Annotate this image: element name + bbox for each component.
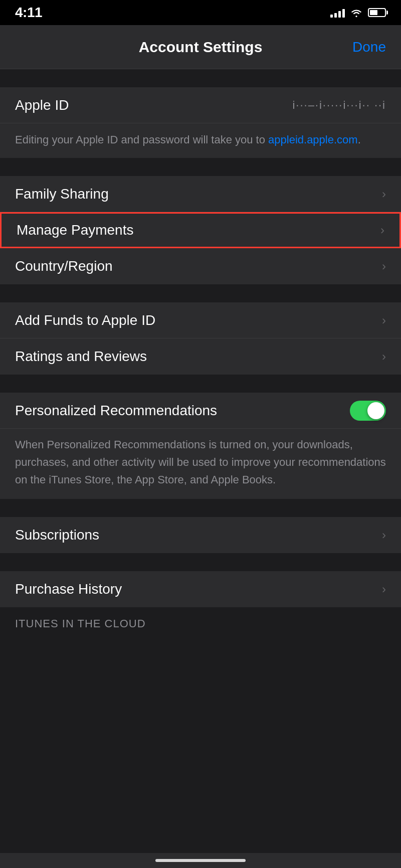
itunes-cloud-header: iTUNES IN THE CLOUD (0, 607, 401, 636)
family-sharing-right: › (382, 187, 386, 201)
add-funds-item[interactable]: Add Funds to Apple ID › (0, 302, 401, 338)
subscriptions-label: Subscriptions (15, 527, 99, 543)
toggle-knob (367, 402, 384, 419)
recommendations-note: When Personalized Recommendations is tur… (0, 429, 401, 499)
manage-payments-label: Manage Payments (17, 222, 133, 238)
nav-bar: Account Settings Done (0, 25, 401, 69)
manage-payments-item[interactable]: Manage Payments › (0, 212, 401, 248)
add-funds-right: › (382, 313, 386, 327)
ratings-reviews-chevron: › (382, 350, 386, 364)
section-gap-6 (0, 553, 401, 571)
manage-payments-right: › (380, 223, 384, 237)
done-button[interactable]: Done (352, 39, 386, 55)
family-sharing-chevron: › (382, 187, 386, 201)
subscriptions-chevron: › (382, 528, 386, 542)
country-region-item[interactable]: Country/Region › (0, 248, 401, 284)
apple-id-note-end: . (358, 133, 361, 146)
country-region-label: Country/Region (15, 258, 113, 274)
recommendations-row: Personalized Recommendations (0, 393, 401, 429)
apple-id-value: i···–·i·····i···i·· ··i (292, 99, 386, 112)
section-gap-3 (0, 284, 401, 302)
signal-icon (330, 8, 345, 18)
country-region-chevron: › (382, 259, 386, 273)
ratings-reviews-right: › (382, 350, 386, 364)
recommendations-label: Personalized Recommendations (15, 403, 217, 419)
battery-icon (368, 8, 386, 17)
wifi-icon (350, 8, 363, 18)
section-gap-2 (0, 158, 401, 176)
purchase-history-right: › (382, 582, 386, 596)
ratings-reviews-item[interactable]: Ratings and Reviews › (0, 338, 401, 375)
home-indicator (0, 853, 401, 868)
purchase-history-chevron: › (382, 582, 386, 596)
account-options-section: Family Sharing › Manage Payments › Count… (0, 176, 401, 284)
manage-payments-chevron: › (380, 223, 384, 237)
home-bar (155, 859, 246, 862)
add-funds-chevron: › (382, 313, 386, 327)
country-region-right: › (382, 259, 386, 273)
apple-id-section: Apple ID i···–·i·····i···i·· ··i Editing… (0, 87, 401, 158)
purchase-history-section: Purchase History › (0, 571, 401, 607)
store-options-section: Add Funds to Apple ID › Ratings and Revi… (0, 302, 401, 375)
recommendations-section: Personalized Recommendations When Person… (0, 393, 401, 499)
status-bar: 4:11 (0, 0, 401, 25)
ratings-reviews-label: Ratings and Reviews (15, 349, 147, 365)
status-time: 4:11 (15, 5, 42, 21)
section-gap-1 (0, 69, 401, 87)
subscriptions-right: › (382, 528, 386, 542)
subscriptions-item[interactable]: Subscriptions › (0, 517, 401, 553)
family-sharing-item[interactable]: Family Sharing › (0, 176, 401, 212)
subscriptions-section: Subscriptions › (0, 517, 401, 553)
family-sharing-label: Family Sharing (15, 186, 109, 202)
apple-id-note-text: Editing your Apple ID and password will … (15, 133, 268, 146)
add-funds-label: Add Funds to Apple ID (15, 312, 155, 328)
section-gap-4 (0, 375, 401, 393)
apple-id-note: Editing your Apple ID and password will … (0, 123, 401, 158)
section-gap-5 (0, 499, 401, 517)
apple-id-link[interactable]: appleid.apple.com (268, 133, 358, 146)
status-icons (330, 8, 386, 18)
apple-id-label: Apple ID (15, 97, 69, 113)
recommendations-toggle[interactable] (350, 401, 386, 421)
purchase-history-item[interactable]: Purchase History › (0, 571, 401, 607)
apple-id-row[interactable]: Apple ID i···–·i·····i···i·· ··i (0, 87, 401, 123)
purchase-history-label: Purchase History (15, 581, 122, 597)
page-title: Account Settings (139, 39, 263, 56)
